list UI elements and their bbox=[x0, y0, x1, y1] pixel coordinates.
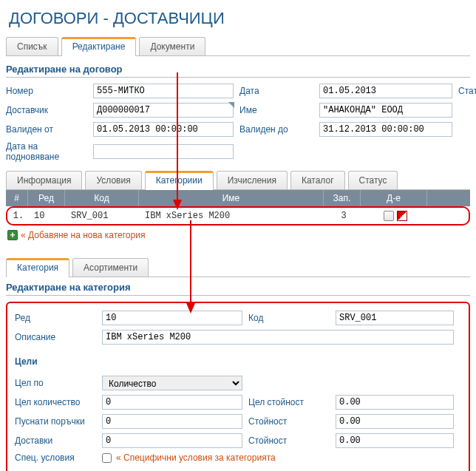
add-category-label: « Добавяне на нова категория bbox=[21, 230, 145, 240]
input-supplier[interactable] bbox=[93, 103, 234, 118]
subtab-info[interactable]: Информация bbox=[6, 171, 82, 189]
input-name[interactable] bbox=[319, 103, 452, 118]
label-date: Дата bbox=[239, 86, 313, 96]
subtab-calc[interactable]: Изчисления bbox=[217, 171, 288, 189]
catinput-goalval[interactable] bbox=[336, 395, 454, 410]
main-tabs: Списък Редактиране Документи bbox=[6, 37, 470, 56]
col-qty: Зап. bbox=[324, 190, 361, 206]
input-validfrom[interactable] bbox=[93, 122, 234, 137]
catlabel-launchedval: Стойност bbox=[248, 416, 330, 427]
add-category-link[interactable]: + « Добавяне на нова категория bbox=[6, 226, 470, 245]
col-code: Код bbox=[65, 190, 139, 206]
chk-spec[interactable] bbox=[102, 453, 112, 463]
catlabel-spec: Спец. условия bbox=[15, 453, 96, 463]
catinput-code[interactable] bbox=[336, 311, 454, 325]
grid-header: # Ред Код Име Зап. Д-е bbox=[6, 190, 470, 206]
chk-spec-label: « Специфични условия за категорията bbox=[116, 453, 276, 463]
tab-list[interactable]: Списък bbox=[6, 37, 58, 55]
subtab-catalog[interactable]: Каталог bbox=[290, 171, 345, 189]
subtab-status[interactable]: Статус bbox=[348, 171, 398, 189]
catinput-launched[interactable] bbox=[102, 414, 242, 429]
check-icon[interactable] bbox=[384, 211, 394, 221]
catinput-goalqty[interactable] bbox=[102, 395, 242, 410]
cell-name: IBM xSeries M200 bbox=[140, 208, 325, 224]
catinput-desc[interactable] bbox=[102, 330, 454, 345]
subtab-categories[interactable]: Категориии bbox=[145, 171, 214, 190]
tab-docs[interactable]: Документи bbox=[139, 37, 205, 55]
subtabs: Информация Условия Категориии Изчисления… bbox=[6, 171, 470, 190]
btmtab-assortments[interactable]: Асортименти bbox=[72, 258, 149, 277]
label-name: Име bbox=[239, 105, 313, 115]
label-renewdate: Дата на подновяване bbox=[6, 141, 87, 162]
category-edit-box: Ред Код Описание Цели Цел по Количество … bbox=[6, 302, 470, 471]
catlabel-goalqty: Цел количество bbox=[15, 397, 96, 407]
catinput-deliveriesval[interactable] bbox=[336, 433, 454, 448]
catinput-launchedval[interactable] bbox=[336, 414, 454, 429]
catlabel-code: Код bbox=[248, 313, 330, 323]
goals-header: Цели bbox=[15, 356, 454, 367]
catlabel-goalval: Цел стойност bbox=[248, 397, 330, 407]
input-number[interactable] bbox=[93, 84, 234, 98]
cell-code: SRV_001 bbox=[67, 208, 140, 224]
bottom-tabs: Категория Асортименти bbox=[6, 258, 470, 277]
cell-ord: 10 bbox=[30, 208, 67, 224]
subtab-terms[interactable]: Условия bbox=[85, 171, 141, 189]
delete-icon[interactable] bbox=[397, 211, 407, 221]
catlabel-desc: Описание bbox=[15, 332, 96, 342]
col-ord: Ред bbox=[28, 190, 65, 206]
catinput-ord[interactable] bbox=[102, 311, 242, 325]
col-name: Име bbox=[139, 190, 324, 206]
input-validto[interactable] bbox=[319, 122, 452, 137]
label-number: Номер bbox=[6, 86, 87, 96]
catinput-deliveries[interactable] bbox=[102, 433, 242, 448]
cell-num: 1. bbox=[7, 208, 30, 224]
catselect-goalby[interactable]: Количество bbox=[102, 376, 242, 390]
table-row[interactable]: 1. 10 SRV_001 IBM xSeries M200 3 bbox=[6, 206, 470, 226]
label-validfrom: Валиден от bbox=[6, 124, 87, 135]
catlabel-deliveriesval: Стойност bbox=[248, 436, 330, 446]
cell-qty: 3 bbox=[325, 208, 362, 224]
tab-edit[interactable]: Редактиране bbox=[61, 37, 137, 56]
btmtab-category[interactable]: Категория bbox=[6, 258, 69, 277]
catlabel-deliveries: Доставки bbox=[15, 436, 96, 446]
catlabel-ord: Ред bbox=[15, 313, 96, 323]
input-renewdate[interactable] bbox=[93, 144, 234, 159]
label-status: Статус bbox=[458, 86, 476, 96]
catlabel-goalby: Цел по bbox=[15, 378, 96, 388]
input-date[interactable] bbox=[319, 84, 452, 98]
col-act: Д-е bbox=[361, 190, 427, 206]
page-title: ДОГОВОРИ - ДОСТАВЧИЦИ bbox=[6, 6, 470, 37]
label-supplier: Доставчик bbox=[6, 105, 87, 115]
col-num: # bbox=[6, 190, 28, 206]
label-validto: Валиден до bbox=[239, 124, 313, 135]
contract-form: Номер Дата Статус Доставчик Име Валиден … bbox=[6, 84, 470, 162]
lookup-icon[interactable] bbox=[228, 102, 234, 108]
plus-icon: + bbox=[7, 230, 18, 240]
edit-category-header: Редактиране на категория bbox=[6, 282, 470, 296]
catlabel-launched: Пуснати поръчки bbox=[15, 416, 96, 427]
edit-contract-header: Редактиране на договор bbox=[6, 64, 470, 78]
